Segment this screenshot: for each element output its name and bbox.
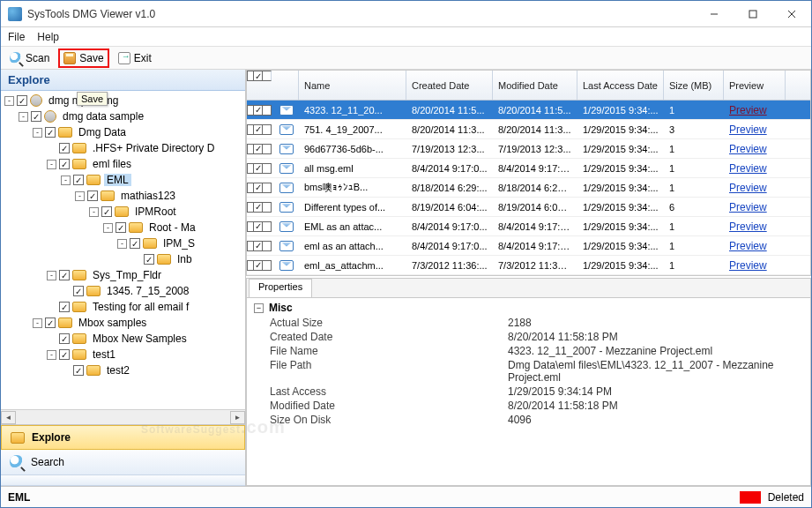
tree-node[interactable]: -Dmg Data bbox=[4, 124, 245, 140]
tree-toggle-icon[interactable]: - bbox=[47, 350, 56, 360]
row-checkbox[interactable] bbox=[247, 163, 272, 174]
row-checkbox[interactable] bbox=[247, 241, 272, 251]
tree-toggle-icon[interactable]: - bbox=[47, 271, 56, 280]
tree-node[interactable]: -mathias123 bbox=[4, 188, 245, 204]
preview-link[interactable]: Preview bbox=[729, 201, 767, 213]
tree-checkbox[interactable] bbox=[115, 222, 126, 233]
table-row[interactable]: bms噢ｮｩﾝｭB...8/18/2014 6:29:...8/18/2014 … bbox=[247, 178, 810, 198]
menu-help[interactable]: Help bbox=[37, 31, 59, 43]
preview-link[interactable]: Preview bbox=[729, 143, 767, 155]
tree-toggle-icon[interactable] bbox=[47, 303, 56, 312]
preview-link[interactable]: Preview bbox=[729, 162, 767, 175]
tree-toggle-icon[interactable] bbox=[61, 287, 71, 296]
nav-search-button[interactable]: Search bbox=[1, 450, 245, 475]
tree-node[interactable]: -EML bbox=[4, 172, 245, 188]
tree-checkbox[interactable] bbox=[59, 159, 70, 169]
preview-link[interactable]: Preview bbox=[729, 220, 767, 233]
tree-checkbox[interactable] bbox=[144, 254, 154, 265]
tree-node[interactable]: 1345. 7_15_2008 bbox=[4, 283, 245, 299]
tree-node[interactable]: -Mbox samples bbox=[4, 315, 245, 331]
tree-node[interactable]: test2 bbox=[4, 362, 245, 378]
preview-link[interactable]: Preview bbox=[729, 240, 767, 252]
preview-link[interactable]: Preview bbox=[729, 123, 767, 136]
tree-node[interactable]: -IPMRoot bbox=[4, 204, 245, 220]
nav-explore-button[interactable]: Explore bbox=[1, 425, 245, 450]
tree-toggle-icon[interactable] bbox=[47, 144, 56, 153]
tree-checkbox[interactable] bbox=[31, 111, 41, 122]
table-row[interactable]: eml as an attach...8/4/2014 9:17:0...8/4… bbox=[247, 236, 810, 256]
row-checkbox[interactable] bbox=[247, 260, 272, 271]
row-checkbox[interactable] bbox=[247, 221, 272, 232]
close-button[interactable] bbox=[772, 1, 811, 26]
table-row[interactable]: all msg.eml8/4/2014 9:17:0...8/4/2014 9:… bbox=[247, 159, 810, 178]
table-row[interactable]: 751. 4_19_2007...8/20/2014 11:3...8/20/2… bbox=[247, 120, 810, 139]
tree-checkbox[interactable] bbox=[73, 175, 84, 185]
minimize-button[interactable] bbox=[695, 1, 734, 26]
folder-tree[interactable]: -dmg mple.dmg-dmg data sample-Dmg Data.H… bbox=[1, 91, 245, 409]
tree-toggle-icon[interactable]: - bbox=[103, 223, 113, 233]
tree-toggle-icon[interactable]: - bbox=[75, 191, 85, 201]
header-preview[interactable]: Preview bbox=[724, 71, 786, 100]
tree-node[interactable]: -test1 bbox=[4, 347, 245, 362]
tree-node[interactable]: -Root - Ma bbox=[4, 220, 245, 235]
header-modified[interactable]: Modified Date bbox=[493, 71, 577, 100]
nav-collapse-strip[interactable] bbox=[1, 475, 245, 486]
props-group-header[interactable]: −Misc bbox=[254, 302, 803, 314]
table-row[interactable]: eml_as_attachm...7/3/2012 11:36:...7/3/2… bbox=[247, 256, 810, 275]
table-row[interactable]: EML as an attac...8/4/2014 9:17:0...8/4/… bbox=[247, 217, 810, 236]
tree-toggle-icon[interactable]: - bbox=[33, 318, 42, 328]
header-name[interactable]: Name bbox=[299, 71, 406, 100]
tree-node[interactable]: Mbox New Samples bbox=[4, 331, 245, 347]
table-row[interactable]: 4323. 12_11_20...8/20/2014 11:5...8/20/2… bbox=[247, 101, 810, 120]
tree-toggle-icon[interactable]: - bbox=[4, 96, 14, 106]
preview-link[interactable]: Preview bbox=[729, 104, 767, 116]
tree-toggle-icon[interactable]: - bbox=[61, 176, 71, 185]
header-last-access[interactable]: Last Access Date bbox=[577, 71, 664, 100]
preview-link[interactable]: Preview bbox=[729, 182, 767, 194]
tree-checkbox[interactable] bbox=[59, 143, 70, 153]
tree-node[interactable]: .HFS+ Private Directory D bbox=[4, 140, 245, 156]
tree-node[interactable]: Inb bbox=[4, 251, 245, 267]
tree-toggle-icon[interactable] bbox=[47, 334, 56, 344]
tree-checkbox[interactable] bbox=[17, 95, 27, 106]
tree-toggle-icon[interactable]: - bbox=[47, 160, 56, 169]
properties-tab[interactable]: Properties bbox=[249, 279, 312, 297]
tree-checkbox[interactable] bbox=[59, 333, 70, 344]
tree-node[interactable]: Testing for all email f bbox=[4, 299, 245, 315]
save-button[interactable]: Save bbox=[58, 49, 108, 68]
tree-checkbox[interactable] bbox=[73, 365, 84, 376]
preview-link[interactable]: Preview bbox=[729, 259, 767, 272]
tree-node[interactable]: -dmg mple.dmg bbox=[4, 93, 245, 108]
header-checkbox[interactable] bbox=[247, 71, 272, 81]
tree-checkbox[interactable] bbox=[59, 270, 70, 280]
row-checkbox[interactable] bbox=[247, 183, 272, 193]
tree-checkbox[interactable] bbox=[73, 286, 84, 296]
tree-toggle-icon[interactable]: - bbox=[33, 128, 42, 138]
tree-node[interactable]: -dmg data sample bbox=[4, 108, 245, 124]
tree-checkbox[interactable] bbox=[87, 190, 98, 201]
tree-checkbox[interactable] bbox=[45, 318, 56, 328]
tree-checkbox[interactable] bbox=[59, 349, 70, 360]
tree-checkbox[interactable] bbox=[130, 238, 140, 249]
header-created[interactable]: Created Date bbox=[406, 71, 493, 100]
table-row[interactable]: 96d67736-5d6b-...7/19/2013 12:3...7/19/2… bbox=[247, 139, 810, 159]
tree-toggle-icon[interactable]: - bbox=[117, 239, 127, 249]
scan-button[interactable]: Scan bbox=[4, 49, 55, 68]
menu-file[interactable]: File bbox=[8, 31, 25, 43]
row-checkbox[interactable] bbox=[247, 105, 272, 116]
tree-checkbox[interactable] bbox=[45, 127, 56, 138]
row-checkbox[interactable] bbox=[247, 144, 272, 154]
tree-toggle-icon[interactable] bbox=[61, 366, 71, 376]
row-checkbox[interactable] bbox=[247, 202, 272, 213]
tree-horizontal-scrollbar[interactable]: ◄► bbox=[1, 409, 245, 424]
tree-checkbox[interactable] bbox=[101, 206, 112, 217]
tree-node[interactable]: -IPM_S bbox=[4, 235, 245, 251]
tree-checkbox[interactable] bbox=[59, 302, 70, 312]
exit-button[interactable]: Exit bbox=[113, 49, 157, 68]
tree-toggle-icon[interactable] bbox=[131, 255, 141, 265]
row-checkbox[interactable] bbox=[247, 124, 272, 135]
tree-node[interactable]: -Sys_Tmp_Fldr bbox=[4, 267, 245, 283]
header-size[interactable]: Size (MB) bbox=[664, 71, 724, 100]
tree-toggle-icon[interactable]: - bbox=[19, 112, 28, 122]
tree-toggle-icon[interactable]: - bbox=[89, 207, 99, 217]
